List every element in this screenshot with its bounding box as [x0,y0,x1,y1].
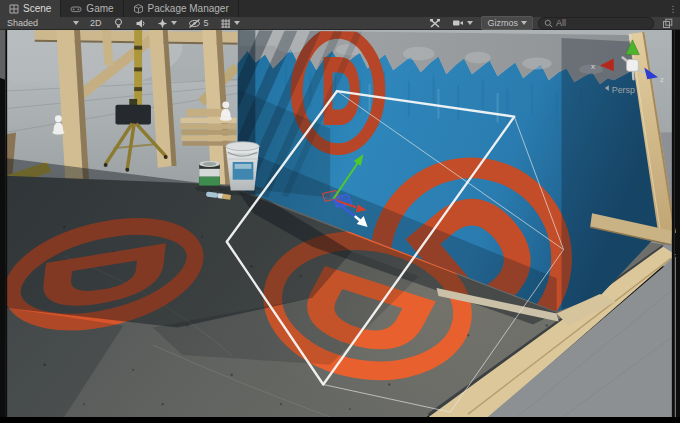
chevron-down-icon [467,21,473,25]
toggle-2d-label: 2D [90,18,102,28]
package-box-icon [133,3,144,14]
gizmos-dropdown[interactable]: Gizmos [481,16,533,30]
gizmo-y-label: y [629,31,633,40]
scene-camera-icon [452,18,464,28]
chevron-down-icon [171,21,177,25]
window-bottom-border [0,417,680,423]
tab-bar: Scene Game Package Manager ⋮ [0,0,680,17]
paint-can[interactable] [199,161,220,188]
gizmo-center-cube[interactable] [627,60,639,72]
tabbar-spacer [239,0,666,17]
scene-toolbar: Shaded 2D 5 [0,17,680,30]
chevron-down-icon [234,21,240,25]
game-controller-icon [70,4,82,14]
paint-bucket[interactable] [226,142,259,191]
windows-stack-icon[interactable] [659,17,676,29]
chevron-down-icon [73,21,79,25]
unity-editor-window: Scene Game Package Manager ⋮ Shaded 2D [0,0,680,423]
chevron-down-icon [521,21,527,25]
draw-mode-dropdown[interactable]: Shaded [4,17,82,29]
scene-visibility-toggle[interactable]: 5 [185,17,212,29]
tab-package-manager[interactable]: Package Manager [124,0,239,17]
projection-mode-label[interactable]: Persp [612,85,635,95]
speaker-icon[interactable] [132,17,149,29]
scene-viewport[interactable]: y x z Persp [0,30,680,417]
hidden-object-count: 5 [204,18,209,28]
gizmo-x-label: x [591,62,595,71]
search-icon [544,19,553,28]
effects-dropdown[interactable] [154,17,180,29]
scene-camera-dropdown[interactable] [449,17,476,29]
gizmo-z-label: z [660,75,664,84]
grid-visibility-icon [220,18,231,29]
grid-visibility-dropdown[interactable] [217,17,243,29]
kebab-menu-icon[interactable]: ⋮ [666,0,680,17]
draw-mode-label: Shaded [7,18,38,28]
tab-scene-label: Scene [23,3,51,14]
search-input[interactable]: All [538,17,654,30]
scene-grid-icon [9,4,19,14]
eye-hidden-icon [188,18,201,29]
left-border [5,30,7,417]
tab-package-manager-label: Package Manager [148,3,229,14]
tab-game-label: Game [86,3,113,14]
right-border [672,30,675,417]
tab-scene[interactable]: Scene [0,0,61,17]
wrench-hammer-icon[interactable] [426,17,444,29]
lightbulb-icon[interactable] [110,17,127,29]
gizmos-label: Gizmos [487,18,518,28]
tab-game[interactable]: Game [61,0,123,17]
search-value: All [556,18,566,28]
effects-sparkle-icon [157,18,168,29]
toggle-2d-button[interactable]: 2D [87,17,105,29]
